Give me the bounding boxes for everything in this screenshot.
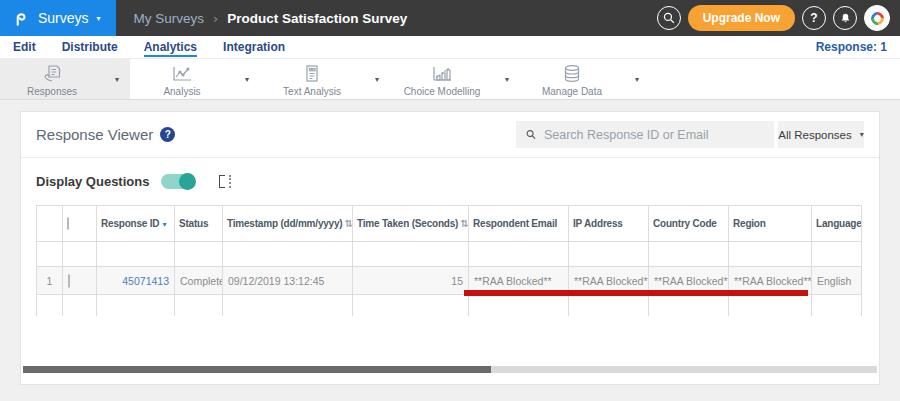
header-ip-address[interactable]: IP Address: [569, 206, 649, 242]
product-switcher[interactable]: Surveys ▾: [0, 0, 116, 36]
filter-cell: [63, 242, 97, 267]
breadcrumb-current: Product Satisfaction Survey: [227, 11, 407, 26]
cell-status: Completed: [175, 267, 223, 295]
nav-edit[interactable]: Edit: [13, 37, 36, 57]
freeze-columns-icon[interactable]: [219, 175, 231, 189]
toolbar-item-text-analysis: Text Analysis ▾: [260, 59, 390, 99]
header-timestamp[interactable]: Timestamp (dd/mm/yyyy)⇅: [223, 206, 353, 242]
dropdown-selected-value: All Responses: [778, 129, 852, 141]
question-mark-icon: ?: [810, 11, 817, 25]
sort-both-icon: ⇅: [344, 218, 352, 229]
toggle-knob: [179, 173, 196, 190]
text-analysis-icon: [300, 64, 324, 84]
responses-filter-dropdown[interactable]: All Responses ▾: [778, 121, 864, 148]
response-search: [516, 121, 774, 148]
header-region[interactable]: Region: [729, 206, 812, 242]
filter-cell-region[interactable]: [729, 242, 812, 267]
chevron-down-icon[interactable]: ▾: [364, 75, 390, 84]
filter-cell: [37, 242, 63, 267]
toolbar-item-choice-modelling: Choice Modelling ▾: [390, 59, 520, 99]
filter-cell-ip-address[interactable]: [569, 242, 649, 267]
chevron-down-icon[interactable]: ▾: [234, 75, 260, 84]
toolbar-label: Choice Modelling: [404, 86, 481, 97]
page-background: Response Viewer ? All Responses ▾ Displa…: [0, 100, 900, 400]
toolbar-label: Responses: [27, 86, 77, 97]
display-questions-row: Display Questions: [21, 158, 879, 205]
filter-cell-response-id[interactable]: [97, 242, 175, 267]
search-button[interactable]: [657, 6, 681, 30]
responses-table: Response ID▾ Status Timestamp (dd/mm/yyy…: [36, 205, 862, 316]
filter-row: [37, 242, 862, 267]
breadcrumb: My Surveys › Product Satisfaction Survey: [134, 0, 408, 36]
page-title: Response Viewer: [36, 126, 153, 143]
toolbar-item-responses: Responses ▾: [0, 59, 130, 99]
header-time-taken[interactable]: Time Taken (Seconds)⇅: [353, 206, 469, 242]
header-status[interactable]: Status: [175, 206, 223, 242]
sort-desc-icon: ▾: [162, 220, 166, 229]
row-checkbox[interactable]: [68, 274, 70, 288]
table-header-row: Response ID▾ Status Timestamp (dd/mm/yyy…: [37, 206, 862, 242]
chevron-down-icon[interactable]: ▾: [494, 75, 520, 84]
choice-modelling-icon: [430, 64, 454, 84]
chevron-down-icon[interactable]: ▾: [624, 75, 650, 84]
header-row-number: [37, 206, 63, 242]
header-language[interactable]: Language: [812, 206, 862, 242]
sort-both-icon: ⇅: [460, 218, 468, 229]
filter-cell-timestamp[interactable]: [223, 242, 353, 267]
filter-cell-time-taken[interactable]: [353, 242, 469, 267]
select-all-checkbox[interactable]: [67, 217, 69, 230]
chevron-down-icon: ▾: [860, 130, 864, 139]
filter-cell-country-code[interactable]: [649, 242, 729, 267]
cell-response-id[interactable]: 45071413: [97, 267, 175, 295]
toolbar-choice-modelling-button[interactable]: Choice Modelling: [390, 62, 494, 97]
horizontal-scrollbar[interactable]: [23, 366, 877, 373]
responses-icon: [40, 64, 64, 84]
chevron-down-icon[interactable]: ▾: [104, 75, 130, 84]
search-icon: [525, 128, 537, 141]
search-input[interactable]: [544, 128, 765, 142]
nav-integration[interactable]: Integration: [223, 37, 285, 57]
toolbar-manage-data-button[interactable]: Manage Data: [520, 62, 624, 97]
help-button[interactable]: ?: [802, 6, 826, 30]
nav-analytics[interactable]: Analytics: [144, 37, 197, 57]
annotation-highlight: [464, 290, 808, 296]
toolbar-analysis-button[interactable]: Analysis: [130, 62, 234, 97]
scrollbar-thumb[interactable]: [23, 366, 491, 373]
toolbar-label: Analysis: [163, 86, 200, 97]
header-country-code[interactable]: Country Code: [649, 206, 729, 242]
toolbar-label: Text Analysis: [283, 86, 341, 97]
bell-icon: [839, 12, 852, 25]
survey-nav: Edit Distribute Analytics Integration Re…: [0, 36, 900, 59]
row-number: 1: [37, 267, 63, 295]
response-viewer-card: Response Viewer ? All Responses ▾ Displa…: [20, 111, 880, 385]
filter-cell-language[interactable]: [812, 242, 862, 267]
upgrade-now-button[interactable]: Upgrade Now: [688, 5, 795, 31]
toolbar-item-analysis: Analysis ▾: [130, 59, 260, 99]
cell-language: English: [812, 267, 862, 295]
cell-timestamp: 09/12/2019 13:12:45: [223, 267, 353, 295]
product-name: Surveys: [38, 10, 89, 26]
card-header: Response Viewer ? All Responses ▾: [21, 112, 879, 157]
toolbar-label: Manage Data: [542, 86, 602, 97]
display-questions-label: Display Questions: [36, 174, 149, 189]
toolbar-responses-button[interactable]: Responses: [0, 62, 104, 97]
display-questions-toggle[interactable]: [161, 174, 195, 189]
analysis-icon: [170, 64, 194, 84]
breadcrumb-my-surveys[interactable]: My Surveys: [134, 11, 205, 26]
filter-cell-status[interactable]: [175, 242, 223, 267]
nav-distribute[interactable]: Distribute: [62, 37, 118, 57]
header-response-id[interactable]: Response ID▾: [97, 206, 175, 242]
help-badge-icon[interactable]: ?: [160, 127, 175, 142]
analytics-toolbar: Responses ▾ Analysis ▾ Text Analysis: [0, 59, 900, 100]
avatar-logo-icon: [868, 9, 886, 27]
topbar: Surveys ▾ My Surveys › Product Satisfact…: [0, 0, 900, 36]
topbar-actions: Upgrade Now ?: [657, 0, 900, 36]
filter-cell-respondent-email[interactable]: [469, 242, 569, 267]
toolbar-item-manage-data: Manage Data ▾: [520, 59, 650, 99]
notifications-button[interactable]: [833, 6, 857, 30]
toolbar-text-analysis-button[interactable]: Text Analysis: [260, 62, 364, 97]
avatar[interactable]: [864, 5, 890, 31]
row-checkbox-cell: [63, 267, 97, 295]
questionpro-logo-icon: [11, 9, 30, 28]
header-respondent-email[interactable]: Respondent Email: [469, 206, 569, 242]
